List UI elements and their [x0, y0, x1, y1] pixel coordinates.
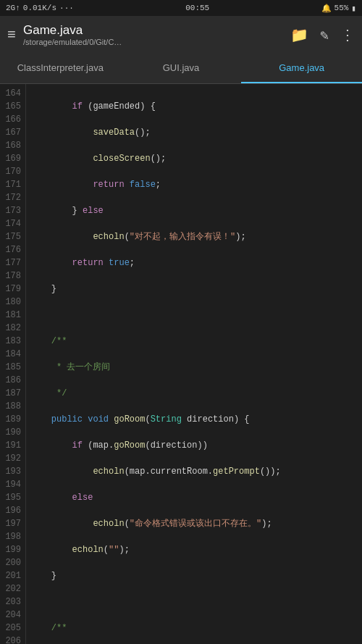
toolbar-filename: Game.java — [23, 23, 283, 38]
status-bar: 2G↑ 0.01K/s ··· 00:55 🔔 55% ▮ — [0, 0, 362, 16]
title-block: Game.java /storage/emulated/0/Git/C… — [23, 23, 283, 46]
edit-icon[interactable]: ✎ — [320, 26, 329, 44]
battery-percent: 55% — [334, 4, 349, 12]
status-left: 2G↑ 0.01K/s ··· — [6, 4, 74, 12]
time: 00:55 — [185, 4, 209, 12]
toolbar: ≡ Game.java /storage/emulated/0/Git/C… 📁… — [0, 16, 362, 54]
tab-bar: ClassInterpreter.java GUI.java Game.java — [0, 54, 362, 84]
folder-icon[interactable]: 📁 — [290, 26, 308, 44]
code-area[interactable]: 164165166167168 169170171172173 17417517… — [0, 84, 362, 644]
tab-classinterpreter[interactable]: ClassInterpreter.java — [0, 54, 121, 83]
toolbar-path: /storage/emulated/0/Git/C… — [23, 38, 283, 46]
toolbar-actions: 📁 ✎ ⋮ — [290, 26, 355, 44]
code-content: if (gameEnded) { saveData(); closeScreen… — [26, 84, 362, 644]
tab-game[interactable]: Game.java — [241, 54, 362, 83]
speed: 0.01K/s — [23, 4, 56, 12]
dots: ··· — [59, 4, 74, 12]
line-numbers: 164165166167168 169170171172173 17417517… — [0, 84, 26, 644]
tab-gui[interactable]: GUI.java — [121, 54, 242, 83]
more-icon[interactable]: ⋮ — [340, 26, 355, 44]
battery-icon: ▮ — [351, 4, 356, 13]
network-status: 2G↑ — [6, 4, 20, 12]
status-right: 🔔 55% ▮ — [321, 4, 356, 13]
menu-icon[interactable]: ≡ — [7, 27, 16, 43]
alarm-icon: 🔔 — [321, 4, 332, 13]
